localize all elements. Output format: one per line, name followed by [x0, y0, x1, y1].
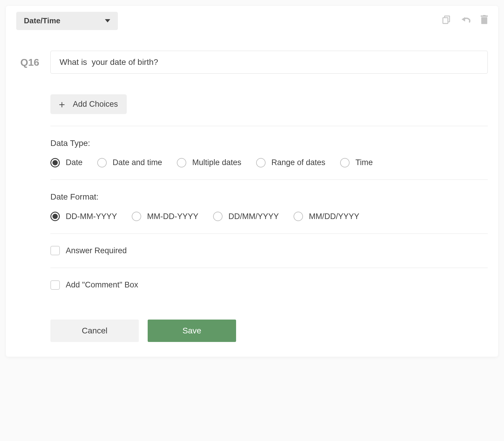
data-type-option[interactable]: Multiple dates — [177, 157, 241, 168]
checkbox-icon — [50, 280, 60, 290]
checkbox-icon — [50, 246, 60, 255]
header-actions — [441, 12, 488, 25]
svg-rect-2 — [481, 17, 487, 24]
data-type-options: DateDate and timeMultiple datesRange of … — [50, 157, 488, 168]
card-body: Q16 ＋ Add Choices Data Type: DateDate an… — [16, 51, 488, 342]
question-number: Q16 — [20, 56, 42, 69]
radio-icon — [340, 158, 350, 167]
answer-required-label: Answer Required — [66, 246, 127, 256]
caret-down-icon — [105, 19, 110, 22]
data-type-option-label: Range of dates — [271, 157, 325, 168]
data-type-label: Data Type: — [50, 138, 488, 149]
date-format-option-label: DD-MM-YYYY — [66, 211, 117, 222]
radio-icon — [294, 212, 303, 221]
date-format-options: DD-MM-YYYYMM-DD-YYYYDD/MM/YYYYMM/DD/YYYY — [50, 211, 488, 222]
question-type-dropdown[interactable]: Date/Time — [16, 12, 118, 30]
data-type-option-label: Multiple dates — [192, 157, 241, 168]
question-text-input[interactable] — [50, 51, 488, 74]
date-format-option[interactable]: MM-DD-YYYY — [132, 211, 198, 222]
add-comment-label: Add "Comment" Box — [66, 280, 138, 290]
action-buttons: Cancel Save — [50, 320, 488, 342]
add-comment-section: Add "Comment" Box — [50, 268, 488, 302]
question-settings: ＋ Add Choices Data Type: DateDate and ti… — [50, 94, 488, 342]
data-type-option[interactable]: Date — [50, 157, 83, 168]
data-type-section: Data Type: DateDate and timeMultiple dat… — [50, 126, 488, 180]
date-format-option[interactable]: DD/MM/YYYY — [213, 211, 279, 222]
data-type-option-label: Date and time — [113, 157, 162, 168]
date-format-label: Date Format: — [50, 192, 488, 202]
radio-icon — [213, 212, 223, 221]
radio-icon — [256, 158, 266, 167]
date-format-option-label: MM/DD/YYYY — [309, 211, 359, 222]
data-type-option[interactable]: Range of dates — [256, 157, 325, 168]
data-type-option-label: Date — [66, 157, 83, 168]
question-row: Q16 — [20, 51, 488, 74]
cancel-button[interactable]: Cancel — [50, 320, 139, 342]
data-type-option[interactable]: Date and time — [97, 157, 162, 168]
svg-rect-1 — [443, 18, 448, 24]
add-choices-label: Add Choices — [73, 99, 118, 109]
radio-icon — [50, 212, 60, 221]
date-format-option-label: DD/MM/YYYY — [228, 211, 279, 222]
answer-required-section: Answer Required — [50, 234, 488, 268]
undo-icon[interactable] — [461, 15, 471, 24]
trash-icon[interactable] — [481, 15, 488, 24]
radio-icon — [132, 212, 141, 221]
add-comment-checkbox[interactable]: Add "Comment" Box — [50, 280, 488, 290]
date-format-option[interactable]: MM/DD/YYYY — [294, 211, 359, 222]
radio-icon — [50, 158, 60, 167]
question-type-label: Date/Time — [24, 16, 60, 26]
card-header: Date/Time — [16, 12, 488, 30]
data-type-option-label: Time — [355, 157, 373, 168]
date-format-option-label: MM-DD-YYYY — [147, 211, 198, 222]
duplicate-icon[interactable] — [441, 15, 451, 25]
date-format-section: Date Format: DD-MM-YYYYMM-DD-YYYYDD/MM/Y… — [50, 180, 488, 233]
radio-icon — [97, 158, 107, 167]
save-button[interactable]: Save — [148, 320, 236, 342]
answer-required-checkbox[interactable]: Answer Required — [50, 246, 488, 256]
svg-rect-4 — [483, 15, 486, 16]
plus-icon: ＋ — [57, 99, 67, 109]
data-type-option[interactable]: Time — [340, 157, 373, 168]
add-choices-button[interactable]: ＋ Add Choices — [50, 94, 127, 114]
date-format-option[interactable]: DD-MM-YYYY — [50, 211, 117, 222]
question-editor-card: Date/Time Q16 ＋ Add Choices — [6, 6, 498, 357]
radio-icon — [177, 158, 186, 167]
